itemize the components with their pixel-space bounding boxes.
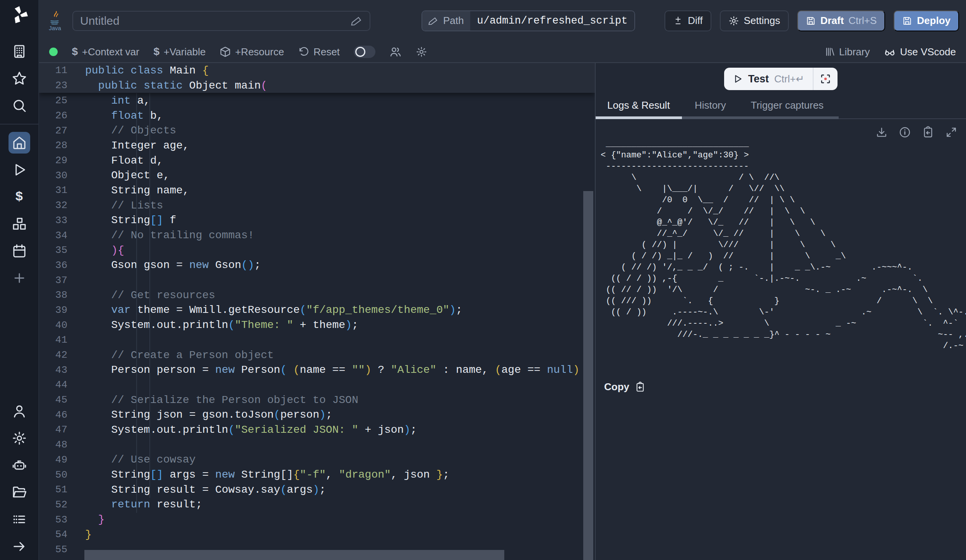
result-output: ____________________________ < {"name":"… [601,138,966,352]
copy-result-button[interactable]: Copy [604,381,646,393]
path-editor[interactable]: Path u/admin/refreshed_script [421,10,635,31]
arrow-right-icon [12,539,27,554]
play-icon [12,162,27,178]
code-line[interactable]: 42 // Create a Person object [39,348,595,363]
code-line[interactable]: 47 System.out.println("Serialized JSON: … [39,422,595,437]
boxes-icon [12,216,27,232]
sidebar-item-workers[interactable] [9,454,30,476]
users-icon [389,46,402,58]
path-label-segment[interactable]: Path [422,11,470,31]
sidebar-collapse[interactable] [9,536,30,557]
add-context-var-button[interactable]: $ +Context var [72,46,139,58]
line-number: 37 [39,275,67,286]
line-number: 39 [39,304,67,316]
code-line[interactable]: 23 public static Object main( [39,78,595,93]
code-line[interactable]: 25 int a, [39,93,595,108]
windmill-logo-icon[interactable] [10,5,29,24]
sidebar-item-runs[interactable] [9,159,30,181]
vertical-scrollbar[interactable] [583,191,593,560]
editor-settings-button[interactable] [416,46,427,58]
code-line[interactable]: 38 // Get resources [39,288,595,303]
code-line[interactable]: 34 // No trailing commas! [39,228,595,243]
code-line[interactable]: 41 [39,333,595,348]
library-button[interactable]: Library [824,46,870,58]
code-line[interactable]: 30 Object e, [39,168,595,183]
line-number: 45 [39,394,67,406]
clipboard-import-icon[interactable] [922,126,934,138]
code-line[interactable]: 29 Float d, [39,153,595,168]
test-button[interactable]: Test Ctrl+↵ [724,73,813,85]
diff-button[interactable]: Diff [665,10,711,31]
tab-history[interactable]: History [695,99,726,111]
use-vscode-label: Use VScode [900,46,956,58]
code-line[interactable]: 36 Gson gson = new Gson(); [39,258,595,273]
horizontal-scrollbar[interactable] [84,550,504,560]
tab-scroll-indicator[interactable] [682,116,839,119]
assistant-toggle[interactable] [354,46,375,58]
sidebar-item-variables[interactable]: $ [9,186,30,208]
sidebar-item-add[interactable] [9,267,30,289]
deploy-button[interactable]: Deploy [894,10,959,31]
sidebar-item-workspace[interactable] [9,41,30,62]
code-line[interactable]: 43 Person person = new Person( (name == … [39,362,595,377]
sidebar-item-schedules[interactable] [9,240,30,262]
dollar-icon: $ [153,46,160,58]
play-icon [733,74,743,84]
code-line[interactable]: 48 [39,437,595,452]
script-summary-input[interactable]: Untitled [72,11,370,31]
settings-label: Settings [744,15,780,27]
code-line[interactable]: 26 float b, [39,108,595,123]
line-number: 54 [39,529,67,540]
sidebar-item-folders[interactable] [9,481,30,503]
code-line[interactable]: 44 [39,377,595,393]
code-line[interactable]: 50 String[] args = new String[]{"-f", "d… [39,467,595,482]
line-number: 25 [39,95,67,106]
line-number: 42 [39,349,67,361]
tab-logs-result[interactable]: Logs & Result [607,99,670,111]
draft-button[interactable]: Draft Ctrl+S [797,10,886,31]
add-variable-button[interactable]: $ +Variable [153,46,206,58]
code-line[interactable]: 32 // Lists [39,198,595,213]
code-line[interactable]: 51 String result = Cowsay.say(args); [39,482,595,497]
code-line[interactable]: 52 return result; [39,497,595,512]
code-line[interactable]: 39 var theme = Wmill.getResource("f/app_… [39,303,595,318]
code-line[interactable]: 45 // Serialize the Person object to JSO… [39,393,595,408]
use-vscode-button[interactable]: Use VScode [884,46,956,58]
download-icon[interactable] [875,126,888,138]
code-line[interactable]: 46 String json = gson.toJson(person); [39,407,595,422]
search-icon [12,98,27,113]
capture-button[interactable] [814,68,838,90]
sidebar-item-settings[interactable] [9,427,30,449]
line-number: 40 [39,319,67,331]
sidebar-item-resources[interactable] [9,213,30,235]
code-line[interactable]: 28 Integer age, [39,138,595,153]
line-number: 35 [39,244,67,256]
code-line[interactable]: 37 [39,273,595,288]
sidebar-item-home[interactable] [9,132,30,154]
sidebar-item-favorites[interactable] [9,68,30,89]
code-line[interactable]: 27 // Objects [39,123,595,138]
code-line[interactable]: 35 ){ [39,243,595,258]
code-line[interactable]: 31 String name, [39,183,595,198]
sidebar-item-search[interactable] [9,95,30,116]
sidebar-item-logs[interactable] [9,509,30,530]
code-editor[interactable]: 25 int a,26 float b,27 // Objects28 Inte… [39,63,595,560]
code-line[interactable]: 11public class Main { [39,63,595,78]
sidebar-item-account[interactable] [9,400,30,422]
info-icon[interactable] [899,126,911,138]
code-line[interactable]: 49 // Use cowsay [39,452,595,468]
reset-button[interactable]: Reset [298,46,340,58]
tab-trigger-captures[interactable]: Trigger captures [751,99,824,111]
code-line[interactable]: 40 System.out.println("Theme: " + theme)… [39,318,595,333]
code-line[interactable]: 33 String[] f [39,213,595,228]
add-resource-button[interactable]: +Resource [219,46,284,58]
multiplayer-button[interactable] [389,46,402,58]
code-line[interactable]: 54} [39,527,595,542]
line-number: 38 [39,289,67,301]
test-shortcut: Ctrl+↵ [774,73,804,85]
settings-button[interactable]: Settings [720,10,789,31]
code-line[interactable]: 53 } [39,512,595,527]
expand-icon[interactable] [945,126,957,138]
draft-shortcut: Ctrl+S [848,15,877,27]
line-number: 44 [39,379,67,391]
